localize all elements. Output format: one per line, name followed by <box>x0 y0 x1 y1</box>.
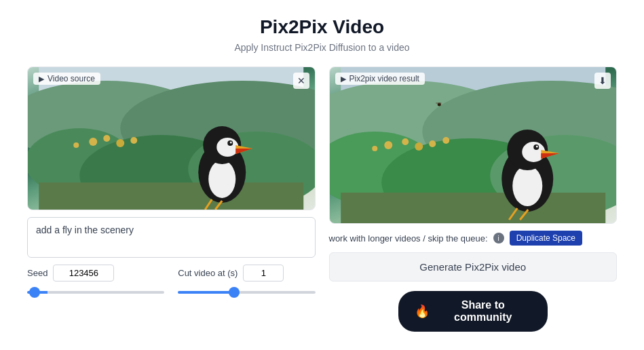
right-actions: work with longer videos / skip the queue… <box>329 231 618 332</box>
share-button[interactable]: 🔥 Share to community <box>398 291 548 332</box>
seed-control: Seed <box>27 265 164 299</box>
svg-rect-32 <box>341 193 605 223</box>
svg-rect-11 <box>39 182 303 210</box>
cut-video-control: Cut video at (s) <box>178 265 315 299</box>
info-icon[interactable]: i <box>493 233 504 244</box>
video-icon: ▶ <box>39 75 44 83</box>
cut-video-input[interactable] <box>243 265 284 281</box>
svg-point-28 <box>415 142 423 151</box>
cut-video-slider[interactable] <box>178 291 315 294</box>
svg-point-17 <box>230 142 232 144</box>
svg-point-38 <box>535 146 537 148</box>
share-emoji: 🔥 <box>415 304 430 319</box>
close-button[interactable]: ✕ <box>293 73 309 89</box>
share-label: Share to community <box>435 299 531 324</box>
seed-label: Seed <box>27 268 48 278</box>
cut-video-slider-container <box>178 286 315 299</box>
video-result-box: ▶ Pix2pix video result ⬇ <box>329 66 618 224</box>
svg-point-6 <box>89 138 97 146</box>
page-title: Pix2Pix Video <box>260 16 384 38</box>
svg-point-9 <box>130 137 137 144</box>
video-result-preview <box>330 67 617 223</box>
page-subtitle: Apply Instruct Pix2Pix Diffusion to a vi… <box>234 42 409 53</box>
svg-point-27 <box>402 138 409 145</box>
svg-point-30 <box>372 146 377 151</box>
svg-point-29 <box>429 140 436 147</box>
controls-row: Seed Cut video at (s) <box>27 265 316 299</box>
download-button[interactable]: ⬇ <box>594 73 611 89</box>
duplicate-button[interactable]: Duplicate Space <box>510 231 582 246</box>
seed-input[interactable] <box>53 265 114 281</box>
seed-slider[interactable] <box>27 291 164 294</box>
video-source-svg <box>28 67 315 210</box>
svg-point-10 <box>73 142 79 148</box>
video-source-label: Video source <box>48 74 95 83</box>
right-panel: ▶ Pix2pix video result ⬇ <box>329 66 618 332</box>
video-result-svg <box>330 67 617 223</box>
video-result-header: ▶ Pix2pix video result <box>335 73 425 85</box>
svg-point-8 <box>116 139 124 147</box>
result-label: Pix2pix video result <box>349 74 419 83</box>
cut-video-label: Cut video at (s) <box>178 268 238 278</box>
svg-point-15 <box>216 138 238 157</box>
queue-row: work with longer videos / skip the queue… <box>329 231 618 246</box>
svg-point-26 <box>384 141 392 149</box>
prompt-input[interactable] <box>27 217 316 258</box>
result-video-icon: ▶ <box>341 75 346 83</box>
svg-point-13 <box>208 160 235 198</box>
seed-slider-container <box>27 286 164 299</box>
queue-text: work with longer videos / skip the queue… <box>329 233 488 244</box>
svg-point-7 <box>103 135 110 142</box>
video-source-box: ▶ Video source ✕ <box>27 66 316 210</box>
video-source-header: ▶ Video source <box>33 73 100 85</box>
video-source-preview <box>28 67 315 210</box>
svg-point-31 <box>442 137 449 144</box>
svg-point-34 <box>512 166 542 206</box>
generate-button[interactable]: Generate Pix2Pix video <box>329 252 618 281</box>
left-panel: ▶ Video source ✕ <box>27 66 316 299</box>
